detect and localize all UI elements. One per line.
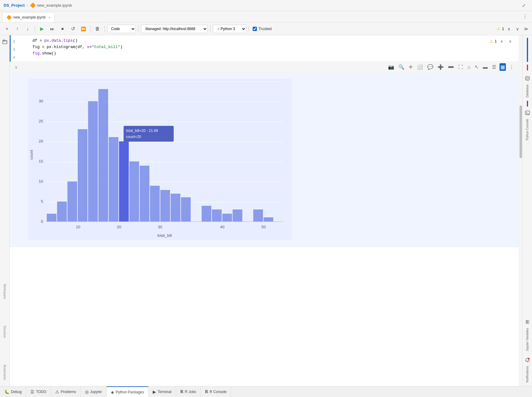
- restart-run-btn[interactable]: ⏩: [79, 25, 88, 33]
- right-marker-pink: [527, 64, 528, 71]
- kernel-select[interactable]: Managed: http://localhost:8888: [141, 25, 208, 33]
- lasso-btn[interactable]: 💬: [426, 63, 434, 71]
- svg-rect-22: [78, 129, 87, 222]
- svg-rect-36: [233, 209, 242, 222]
- tab-close-btn[interactable]: ×: [49, 16, 50, 19]
- trusted-checkbox[interactable]: [253, 27, 257, 31]
- chart-active-btn[interactable]: ▦: [500, 63, 506, 71]
- sidebar-label-bookmarks[interactable]: Bookmarks: [3, 365, 6, 386]
- svg-rect-23: [88, 101, 98, 222]
- move-down-btn[interactable]: ↓: [23, 25, 32, 33]
- delete-cell-btn[interactable]: 🗑: [93, 25, 102, 33]
- bottom-tab-jupyter[interactable]: ◎ Jupyter: [81, 386, 107, 397]
- nav-up-btn[interactable]: ∧: [505, 25, 513, 33]
- cell-type-select[interactable]: Code Markdown Raw: [107, 25, 136, 33]
- scrollbar-thumb[interactable]: [520, 105, 522, 158]
- tab-more-btn[interactable]: ⋮: [520, 12, 530, 21]
- problems-icon: ⚠: [55, 389, 59, 394]
- cell-code[interactable]: df = px.data.tips() fig = px.histogram(d…: [29, 35, 519, 61]
- bottom-tab-problems[interactable]: ⚠ Problems: [51, 386, 81, 397]
- bottom-tab-terminal[interactable]: ▶ Terminal: [148, 386, 176, 397]
- compare-btn[interactable]: ☰: [491, 63, 497, 71]
- box-select-btn[interactable]: ⬜: [416, 63, 424, 71]
- auto-scale-btn[interactable]: ⛶: [457, 64, 464, 71]
- zoom-btn[interactable]: 🔍: [397, 63, 405, 71]
- notifications-label[interactable]: Notifications: [526, 365, 529, 384]
- chart-svg-wrap: 0 5 10 15 20 25 30 count: [28, 79, 513, 241]
- jupyter-icon: ◎: [85, 389, 89, 394]
- database-label[interactable]: Database: [526, 83, 529, 99]
- histogram-chart: 0 5 10 15 20 25 30 count: [28, 79, 292, 240]
- external-link-btn[interactable]: ⤢: [519, 1, 528, 10]
- warning-nav-up[interactable]: ∧: [498, 38, 505, 45]
- crosshair-btn[interactable]: ✛: [408, 63, 414, 71]
- svg-rect-35: [222, 214, 232, 222]
- file-icon: 🔶: [30, 2, 36, 8]
- code-line-2: df = px.data.tips(): [32, 38, 515, 44]
- jupyter-vars-btn[interactable]: [523, 318, 532, 326]
- chart-container: 0 5 10 15 20 25 30 count: [10, 73, 519, 247]
- restart-icon: ↺: [71, 26, 75, 32]
- left-sidebar: Workspace Structure Bookmarks: [0, 35, 10, 386]
- svg-text:total_bill: total_bill: [157, 233, 172, 238]
- file-breadcrumb[interactable]: new_example.ipynb: [37, 3, 72, 8]
- python-select[interactable]: ○ Python 3: [213, 25, 246, 33]
- sidebar-label-structure[interactable]: Structure: [3, 326, 6, 362]
- code-cell[interactable]: 2 3 4 df = px.data.tips() fig = px.histo…: [10, 35, 519, 62]
- right-sidebar: Database Python Console Jupyter Variable…: [522, 35, 532, 386]
- svg-rect-33: [202, 206, 211, 222]
- run-all-btn[interactable]: ⏭: [48, 25, 57, 33]
- notifications-btn[interactable]: [523, 356, 532, 364]
- zoom-out-btn[interactable]: ➖: [447, 63, 455, 71]
- svg-text:40: 40: [220, 225, 224, 229]
- bottom-bar: 🐛 Debug ☰ TODO ⚠ Problems ◎ Jupyter ◈ Py…: [0, 386, 532, 397]
- python-console-label[interactable]: Python Console: [526, 118, 529, 142]
- main-scrollbar[interactable]: [519, 35, 522, 386]
- show-closest-btn[interactable]: ▬: [482, 64, 489, 71]
- svg-rect-32: [181, 197, 191, 222]
- move-up-btn[interactable]: ↑: [13, 25, 22, 33]
- camera-btn[interactable]: 📷: [387, 63, 395, 71]
- add-cell-btn[interactable]: +: [2, 25, 12, 33]
- zoom-in-btn[interactable]: ➕: [437, 63, 445, 71]
- bottom-tab-todo[interactable]: ☰ TODO: [26, 386, 51, 397]
- restart-btn[interactable]: ↺: [68, 25, 77, 33]
- bottom-tab-python-packages[interactable]: ◈ Python Packages: [107, 386, 148, 397]
- bottom-tab-r-console[interactable]: R R Console: [201, 386, 231, 397]
- line-numbers: 2 3 4: [13, 38, 26, 61]
- r-console-icon: R: [205, 389, 208, 394]
- svg-rect-37: [253, 209, 263, 222]
- bottom-tab-r-jobs[interactable]: R R Jobs: [176, 386, 201, 397]
- project-breadcrumb[interactable]: DS_Project: [4, 3, 25, 8]
- debug-icon: 🐛: [4, 389, 9, 394]
- svg-rect-0: [3, 40, 7, 44]
- run-cell-btn[interactable]: ▶: [37, 25, 46, 33]
- nav-down-btn[interactable]: ∨: [514, 25, 521, 33]
- collapse-output-btn[interactable]: ∨: [13, 64, 19, 71]
- svg-text:count=20: count=20: [126, 135, 141, 139]
- python-console-btn[interactable]: [523, 109, 532, 117]
- tab-notebook[interactable]: 🔶 new_example.ipynb ×: [2, 12, 55, 22]
- database-btn[interactable]: [523, 74, 532, 83]
- bottom-tab-debug[interactable]: 🐛 Debug: [0, 386, 26, 397]
- expand-panel-btn[interactable]: ≫: [522, 25, 530, 33]
- home-btn[interactable]: ⌂: [466, 64, 471, 71]
- r-jobs-icon: R: [180, 389, 183, 394]
- right-marker-purple: [527, 101, 528, 107]
- cell-warning: ⚠ 1 ∧ ∨: [489, 38, 514, 45]
- stop-btn[interactable]: ■: [58, 25, 67, 33]
- warning-triangle-icon: ⚠: [489, 39, 493, 44]
- warning-nav-down[interactable]: ∨: [506, 38, 514, 45]
- line-num-2: 2: [13, 38, 26, 46]
- svg-text:20: 20: [39, 139, 43, 143]
- svg-text:total_bill=20 - 21.99: total_bill=20 - 21.99: [126, 129, 158, 133]
- more-btn[interactable]: ⋮: [508, 63, 515, 71]
- toolbar-sep-2: [90, 26, 90, 32]
- spike-lines-btn[interactable]: ↖: [474, 63, 479, 71]
- jupyter-vars-label[interactable]: Jupyter Variables: [526, 327, 529, 353]
- svg-text:5: 5: [41, 199, 43, 204]
- sidebar-label-workspace[interactable]: Workspace: [3, 284, 6, 323]
- sidebar-icon-files[interactable]: [1, 38, 9, 46]
- main-area: Workspace Structure Bookmarks 2 3 4 df =…: [0, 35, 532, 386]
- tab-bar-end: ⋮: [55, 11, 532, 22]
